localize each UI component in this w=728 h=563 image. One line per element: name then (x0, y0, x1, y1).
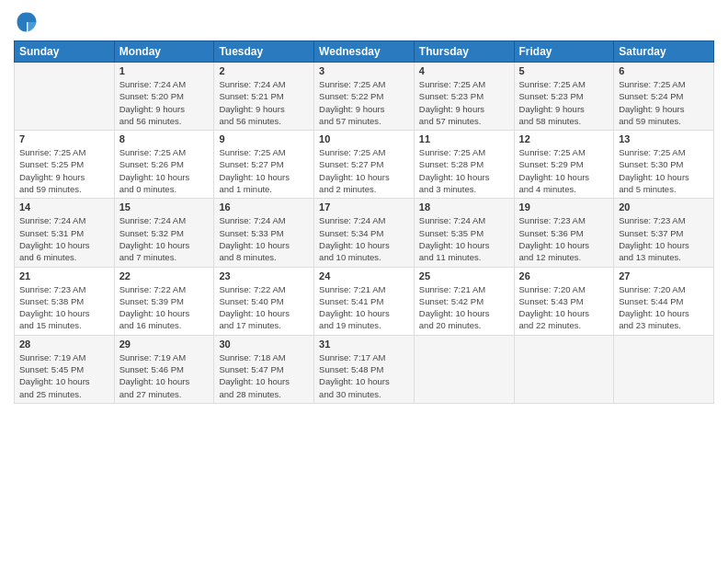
day-number: 3 (319, 65, 409, 76)
calendar-cell: 21Sunrise: 7:23 AM Sunset: 5:38 PM Dayli… (15, 267, 115, 335)
day-info: Sunrise: 7:20 AM Sunset: 5:44 PM Dayligh… (619, 283, 709, 332)
calendar-cell: 7Sunrise: 7:25 AM Sunset: 5:25 PM Daylig… (15, 131, 115, 199)
calendar-table: SundayMondayTuesdayWednesdayThursdayFrid… (14, 40, 714, 404)
day-number: 22 (119, 270, 210, 282)
logo (14, 9, 43, 35)
column-header-tuesday: Tuesday (214, 41, 314, 63)
day-info: Sunrise: 7:22 AM Sunset: 5:40 PM Dayligh… (219, 283, 309, 332)
day-info: Sunrise: 7:17 AM Sunset: 5:48 PM Dayligh… (319, 351, 409, 400)
day-number: 8 (119, 133, 210, 144)
day-number: 21 (19, 270, 109, 282)
day-number: 23 (219, 270, 309, 282)
calendar-cell: 11Sunrise: 7:25 AM Sunset: 5:28 PM Dayli… (414, 131, 514, 199)
calendar-cell: 26Sunrise: 7:20 AM Sunset: 5:43 PM Dayli… (514, 267, 614, 335)
calendar-cell: 8Sunrise: 7:25 AM Sunset: 5:26 PM Daylig… (114, 131, 214, 199)
day-number: 25 (419, 270, 509, 282)
day-number: 31 (319, 339, 409, 350)
column-header-thursday: Thursday (414, 41, 514, 63)
calendar-cell: 31Sunrise: 7:17 AM Sunset: 5:48 PM Dayli… (314, 335, 415, 403)
day-info: Sunrise: 7:20 AM Sunset: 5:43 PM Dayligh… (519, 283, 609, 332)
week-row: 7Sunrise: 7:25 AM Sunset: 5:25 PM Daylig… (15, 131, 714, 199)
calendar-cell: 15Sunrise: 7:24 AM Sunset: 5:32 PM Dayli… (114, 199, 214, 267)
day-number: 30 (219, 339, 309, 350)
calendar-cell (514, 335, 614, 403)
day-number: 1 (119, 65, 210, 76)
calendar-cell: 2Sunrise: 7:24 AM Sunset: 5:21 PM Daylig… (214, 63, 314, 131)
day-number: 5 (519, 65, 609, 76)
calendar-cell: 27Sunrise: 7:20 AM Sunset: 5:44 PM Dayli… (614, 267, 714, 335)
day-info: Sunrise: 7:21 AM Sunset: 5:42 PM Dayligh… (419, 283, 509, 332)
column-header-saturday: Saturday (614, 41, 714, 63)
calendar-cell: 13Sunrise: 7:25 AM Sunset: 5:30 PM Dayli… (614, 131, 714, 199)
day-number: 27 (619, 270, 709, 282)
calendar-cell (614, 335, 714, 403)
calendar-cell: 16Sunrise: 7:24 AM Sunset: 5:33 PM Dayli… (214, 199, 314, 267)
day-info: Sunrise: 7:19 AM Sunset: 5:45 PM Dayligh… (19, 351, 109, 400)
calendar-cell: 14Sunrise: 7:24 AM Sunset: 5:31 PM Dayli… (15, 199, 115, 267)
day-info: Sunrise: 7:25 AM Sunset: 5:22 PM Dayligh… (319, 78, 409, 127)
day-number: 7 (19, 133, 109, 144)
column-header-wednesday: Wednesday (314, 41, 415, 63)
calendar-cell (414, 335, 514, 403)
day-info: Sunrise: 7:23 AM Sunset: 5:38 PM Dayligh… (19, 283, 109, 332)
calendar-cell: 24Sunrise: 7:21 AM Sunset: 5:41 PM Dayli… (314, 267, 415, 335)
day-info: Sunrise: 7:25 AM Sunset: 5:23 PM Dayligh… (419, 78, 509, 127)
calendar-cell: 17Sunrise: 7:24 AM Sunset: 5:34 PM Dayli… (314, 199, 415, 267)
calendar-cell: 6Sunrise: 7:25 AM Sunset: 5:24 PM Daylig… (614, 63, 714, 131)
calendar-cell (15, 63, 115, 131)
calendar-cell: 1Sunrise: 7:24 AM Sunset: 5:20 PM Daylig… (114, 63, 214, 131)
calendar-cell: 4Sunrise: 7:25 AM Sunset: 5:23 PM Daylig… (414, 63, 514, 131)
header-row: SundayMondayTuesdayWednesdayThursdayFrid… (15, 41, 714, 63)
calendar-cell: 3Sunrise: 7:25 AM Sunset: 5:22 PM Daylig… (314, 63, 415, 131)
day-info: Sunrise: 7:19 AM Sunset: 5:46 PM Dayligh… (119, 351, 210, 400)
day-info: Sunrise: 7:24 AM Sunset: 5:33 PM Dayligh… (219, 214, 309, 263)
day-number: 15 (119, 201, 210, 213)
column-header-monday: Monday (114, 41, 214, 63)
day-number: 4 (419, 65, 509, 76)
day-number: 6 (619, 65, 709, 76)
column-header-friday: Friday (514, 41, 614, 63)
day-number: 10 (319, 133, 409, 144)
calendar-cell: 9Sunrise: 7:25 AM Sunset: 5:27 PM Daylig… (214, 131, 314, 199)
day-info: Sunrise: 7:24 AM Sunset: 5:20 PM Dayligh… (119, 78, 210, 127)
logo-icon (14, 9, 40, 35)
calendar-cell: 30Sunrise: 7:18 AM Sunset: 5:47 PM Dayli… (214, 335, 314, 403)
day-number: 2 (219, 65, 309, 76)
calendar-cell: 10Sunrise: 7:25 AM Sunset: 5:27 PM Dayli… (314, 131, 415, 199)
day-info: Sunrise: 7:25 AM Sunset: 5:27 PM Dayligh… (319, 146, 409, 195)
calendar-cell: 18Sunrise: 7:24 AM Sunset: 5:35 PM Dayli… (414, 199, 514, 267)
week-row: 14Sunrise: 7:24 AM Sunset: 5:31 PM Dayli… (15, 199, 714, 267)
day-info: Sunrise: 7:24 AM Sunset: 5:34 PM Dayligh… (319, 214, 409, 263)
day-info: Sunrise: 7:25 AM Sunset: 5:26 PM Dayligh… (119, 146, 210, 195)
calendar-cell: 12Sunrise: 7:25 AM Sunset: 5:29 PM Dayli… (514, 131, 614, 199)
day-number: 16 (219, 201, 309, 213)
day-info: Sunrise: 7:24 AM Sunset: 5:21 PM Dayligh… (219, 78, 309, 127)
day-info: Sunrise: 7:24 AM Sunset: 5:35 PM Dayligh… (419, 214, 509, 263)
day-number: 29 (119, 339, 210, 350)
day-number: 19 (519, 201, 609, 213)
calendar-cell: 20Sunrise: 7:23 AM Sunset: 5:37 PM Dayli… (614, 199, 714, 267)
page-header (14, 9, 714, 35)
calendar-cell: 29Sunrise: 7:19 AM Sunset: 5:46 PM Dayli… (114, 335, 214, 403)
calendar-cell: 22Sunrise: 7:22 AM Sunset: 5:39 PM Dayli… (114, 267, 214, 335)
day-number: 26 (519, 270, 609, 282)
day-number: 28 (19, 339, 109, 350)
day-number: 12 (519, 133, 609, 144)
calendar-cell: 23Sunrise: 7:22 AM Sunset: 5:40 PM Dayli… (214, 267, 314, 335)
calendar-cell: 25Sunrise: 7:21 AM Sunset: 5:42 PM Dayli… (414, 267, 514, 335)
day-number: 20 (619, 201, 709, 213)
day-info: Sunrise: 7:25 AM Sunset: 5:30 PM Dayligh… (619, 146, 709, 195)
day-number: 9 (219, 133, 309, 144)
day-info: Sunrise: 7:25 AM Sunset: 5:27 PM Dayligh… (219, 146, 309, 195)
day-info: Sunrise: 7:24 AM Sunset: 5:31 PM Dayligh… (19, 214, 109, 263)
day-info: Sunrise: 7:25 AM Sunset: 5:28 PM Dayligh… (419, 146, 509, 195)
day-info: Sunrise: 7:23 AM Sunset: 5:36 PM Dayligh… (519, 214, 609, 263)
day-info: Sunrise: 7:18 AM Sunset: 5:47 PM Dayligh… (219, 351, 309, 400)
week-row: 21Sunrise: 7:23 AM Sunset: 5:38 PM Dayli… (15, 267, 714, 335)
day-number: 17 (319, 201, 409, 213)
day-info: Sunrise: 7:23 AM Sunset: 5:37 PM Dayligh… (619, 214, 709, 263)
calendar-cell: 28Sunrise: 7:19 AM Sunset: 5:45 PM Dayli… (15, 335, 115, 403)
day-number: 14 (19, 201, 109, 213)
day-info: Sunrise: 7:24 AM Sunset: 5:32 PM Dayligh… (119, 214, 210, 263)
calendar-cell: 5Sunrise: 7:25 AM Sunset: 5:23 PM Daylig… (514, 63, 614, 131)
